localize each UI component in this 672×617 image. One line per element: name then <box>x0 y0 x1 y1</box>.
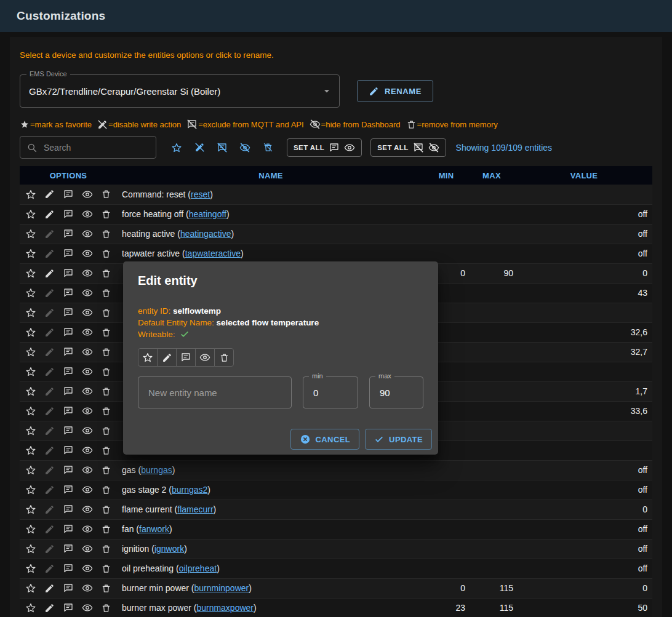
table-row[interactable]: gas stage 2 (burngas2) off <box>20 480 652 500</box>
table-row[interactable]: tapwater active (tapwateractive) off <box>20 244 652 263</box>
favorite-icon[interactable] <box>25 543 36 554</box>
mqtt-exclude-icon[interactable] <box>63 484 74 495</box>
set-all-hidden-button[interactable]: SET ALL <box>370 138 446 157</box>
visibility-icon[interactable] <box>82 307 93 318</box>
device-select[interactable]: EMS Device GBx72/Trendline/Cerapur/Green… <box>20 74 340 108</box>
favorite-icon[interactable] <box>25 523 36 535</box>
mqtt-exclude-icon[interactable] <box>63 405 74 416</box>
visibility-icon[interactable] <box>82 504 93 515</box>
entity-shortname-link[interactable]: burnmaxpower <box>196 603 254 613</box>
mqtt-exclude-icon[interactable] <box>63 366 74 377</box>
edit-icon[interactable] <box>44 603 55 613</box>
edit-icon[interactable] <box>44 504 55 515</box>
edit-icon[interactable] <box>44 524 55 535</box>
mqtt-exclude-icon[interactable] <box>63 543 74 554</box>
delete-icon[interactable] <box>101 426 111 436</box>
entity-shortname-link[interactable]: ignwork <box>154 544 184 554</box>
delete-icon[interactable] <box>101 583 111 594</box>
favorite-filter-button[interactable] <box>166 137 187 158</box>
mqtt-exclude-icon[interactable] <box>63 504 74 515</box>
visibility-icon[interactable] <box>82 366 93 377</box>
mqtt-exclude-icon[interactable] <box>63 189 74 200</box>
table-row[interactable]: fan (fanwork) off <box>20 519 652 539</box>
visibility-icon[interactable] <box>82 268 93 279</box>
visibility-icon[interactable] <box>82 602 93 613</box>
mqtt-exclude-icon[interactable] <box>63 287 74 298</box>
disable-write-toggle[interactable] <box>157 348 177 367</box>
favorite-icon[interactable] <box>25 228 36 239</box>
entity-shortname-link[interactable]: burnminpower <box>194 583 249 593</box>
mqtt-exclude-icon[interactable] <box>63 228 74 239</box>
table-row[interactable]: flame current (flamecurr) 0 <box>20 500 652 519</box>
mqtt-exclude-icon[interactable] <box>63 386 74 397</box>
remove-memory-filter-button[interactable] <box>257 137 278 158</box>
delete-icon[interactable] <box>101 485 111 495</box>
search-input[interactable] <box>42 142 150 153</box>
mqtt-exclude-icon[interactable] <box>63 327 74 338</box>
entity-shortname-link[interactable]: burngas2 <box>172 485 207 495</box>
favorite-toggle[interactable] <box>138 348 158 367</box>
edit-icon[interactable] <box>44 209 55 220</box>
edit-icon[interactable] <box>44 367 55 377</box>
delete-icon[interactable] <box>101 465 111 476</box>
edit-icon[interactable] <box>44 485 55 495</box>
search-field[interactable] <box>20 136 156 159</box>
favorite-icon[interactable] <box>25 484 36 495</box>
delete-icon[interactable] <box>101 209 111 220</box>
set-all-visible-button[interactable]: SET ALL <box>287 138 362 157</box>
visibility-icon[interactable] <box>82 583 93 594</box>
edit-icon[interactable] <box>44 249 55 259</box>
visibility-icon[interactable] <box>82 346 93 357</box>
delete-icon[interactable] <box>101 367 111 377</box>
edit-icon[interactable] <box>44 308 55 318</box>
mqtt-exclude-icon[interactable] <box>63 563 74 574</box>
edit-icon[interactable] <box>44 563 55 574</box>
mqtt-exclude-icon[interactable] <box>63 346 74 357</box>
favorite-icon[interactable] <box>25 307 36 318</box>
favorite-icon[interactable] <box>25 248 36 259</box>
delete-icon[interactable] <box>101 189 111 199</box>
edit-icon[interactable] <box>44 426 55 436</box>
entity-shortname-link[interactable]: reset <box>191 189 210 199</box>
delete-icon[interactable] <box>101 524 111 535</box>
disable-write-filter-button[interactable] <box>189 137 210 158</box>
rename-button[interactable]: RENAME <box>357 80 433 102</box>
entity-shortname-link[interactable]: fanwork <box>139 524 169 534</box>
favorite-icon[interactable] <box>25 425 36 436</box>
remove-memory-toggle[interactable] <box>214 348 234 367</box>
favorite-icon[interactable] <box>25 287 36 298</box>
delete-icon[interactable] <box>101 386 111 397</box>
entity-shortname-link[interactable]: flamecurr <box>177 504 213 514</box>
visibility-icon[interactable] <box>82 484 93 495</box>
visibility-icon[interactable] <box>82 327 93 338</box>
update-button[interactable]: UPDATE <box>365 429 432 450</box>
exclude-mqtt-toggle[interactable] <box>176 348 196 367</box>
visibility-icon[interactable] <box>82 189 93 200</box>
favorite-icon[interactable] <box>25 189 36 200</box>
min-input[interactable] <box>312 387 349 399</box>
visibility-icon[interactable] <box>82 445 93 456</box>
table-row[interactable]: Command: reset (reset) <box>20 185 652 204</box>
delete-icon[interactable] <box>101 249 111 259</box>
table-row[interactable]: burner min power (burnminpower) 0 115 0 <box>20 578 652 598</box>
visibility-icon[interactable] <box>82 464 93 476</box>
hide-dashboard-filter-button[interactable] <box>234 137 255 158</box>
edit-icon[interactable] <box>44 229 55 239</box>
favorite-icon[interactable] <box>25 464 36 476</box>
edit-icon[interactable] <box>44 268 55 279</box>
max-input[interactable] <box>378 387 414 399</box>
mqtt-exclude-icon[interactable] <box>63 445 74 456</box>
table-row[interactable]: burner max power (burnmaxpower) 23 115 5… <box>20 598 652 617</box>
favorite-icon[interactable] <box>25 563 36 574</box>
max-field[interactable]: max <box>369 376 423 408</box>
cancel-button[interactable]: CANCEL <box>290 429 360 450</box>
mqtt-exclude-icon[interactable] <box>63 307 74 318</box>
favorite-icon[interactable] <box>25 386 36 397</box>
table-row[interactable]: oil preheating (oilpreheat) off <box>20 559 652 578</box>
mqtt-exclude-icon[interactable] <box>63 209 74 220</box>
favorite-icon[interactable] <box>25 327 36 338</box>
mqtt-exclude-icon[interactable] <box>63 268 74 279</box>
favorite-icon[interactable] <box>25 346 36 357</box>
new-entity-name-input[interactable] <box>147 387 282 399</box>
visibility-icon[interactable] <box>82 386 93 397</box>
